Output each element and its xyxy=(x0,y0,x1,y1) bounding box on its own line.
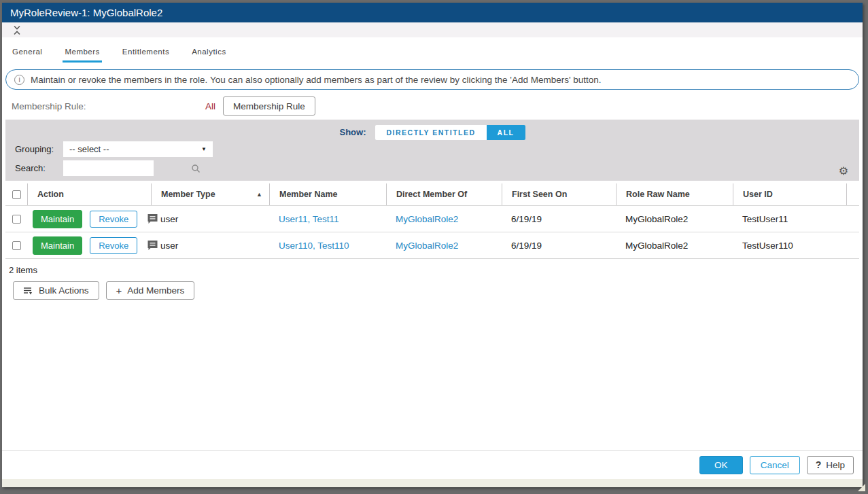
user-id-cell: TestUser11 xyxy=(733,206,846,232)
question-mark-icon: ? xyxy=(816,459,822,470)
content-spacer xyxy=(2,300,863,450)
chevron-collapse-icon xyxy=(12,27,22,38)
extra-cell xyxy=(846,206,859,232)
column-header-action[interactable]: Action xyxy=(27,183,151,205)
row-checkbox[interactable] xyxy=(12,215,21,224)
bulk-actions-label: Bulk Actions xyxy=(39,285,89,296)
bulk-actions-icon xyxy=(23,286,33,296)
info-icon: i xyxy=(14,75,24,85)
dialog-footer: OK Cancel ? Help xyxy=(2,450,863,479)
membership-rule-button[interactable]: Membership Rule xyxy=(223,96,315,116)
tab-bar: General Members Entitlements Analytics xyxy=(2,37,863,63)
grouping-select[interactable]: -- select -- ▼ xyxy=(63,141,213,157)
membership-rule-value: All xyxy=(205,101,215,111)
tab-analytics[interactable]: Analytics xyxy=(190,48,228,63)
row-checkbox-cell xyxy=(5,232,27,258)
column-header-direct-member-of[interactable]: Direct Member Of xyxy=(386,183,502,205)
grouping-selected-value: -- select -- xyxy=(69,144,109,154)
collapse-strip xyxy=(2,22,863,37)
plus-icon: + xyxy=(116,285,122,296)
role-review-dialog: MyRoleReview-1: MyGlobalRole2 General Me… xyxy=(2,3,863,487)
chevron-down-icon: ▼ xyxy=(201,146,207,152)
first-seen-on-cell: 6/19/19 xyxy=(502,232,616,258)
user-id-cell: TestUser110 xyxy=(733,232,846,258)
extra-cell xyxy=(846,232,859,258)
search-box xyxy=(63,160,154,176)
first-seen-on-cell: 6/19/19 xyxy=(502,206,616,232)
member-name-link[interactable]: User110, Test110 xyxy=(279,241,349,251)
add-members-button[interactable]: + Add Members xyxy=(106,281,195,300)
help-label: Help xyxy=(826,460,845,470)
column-header-member-type[interactable]: Member Type ▲ xyxy=(151,183,269,205)
table-actions-row: Bulk Actions + Add Members xyxy=(13,281,863,300)
revoke-button[interactable]: Revoke xyxy=(90,211,137,228)
direct-member-of-cell: MyGlobalRole2 xyxy=(386,232,502,258)
window-title-bar: MyRoleReview-1: MyGlobalRole2 xyxy=(2,3,863,22)
membership-rule-row: Membership Rule: All Membership Rule xyxy=(2,96,863,116)
member-type-cell: user xyxy=(151,206,269,232)
grouping-label: Grouping: xyxy=(15,144,54,154)
member-name-cell: User11, Test11 xyxy=(269,206,386,232)
select-all-checkbox[interactable] xyxy=(12,190,21,199)
items-count: 2 items xyxy=(9,265,863,275)
row-action-cell: Maintain Revoke xyxy=(27,232,151,258)
info-message: Maintain or revoke the members in the ro… xyxy=(31,75,602,85)
members-table: Action Member Type ▲ Member Name Direct … xyxy=(5,183,859,259)
row-checkbox-cell xyxy=(5,206,27,232)
direct-member-of-cell: MyGlobalRole2 xyxy=(386,206,502,232)
bottom-strip xyxy=(2,479,863,487)
table-row: Maintain Revoke user User11, Test11 xyxy=(5,206,859,232)
member-name-cell: User110, Test110 xyxy=(269,232,386,258)
show-toggle: DIRECTLY ENTITLED ALL xyxy=(375,125,525,140)
screen: MyRoleReview-1: MyGlobalRole2 General Me… xyxy=(0,0,868,494)
column-header-member-type-label: Member Type xyxy=(161,190,215,199)
column-header-extra xyxy=(846,183,859,205)
members-filter-panel: Show: DIRECTLY ENTITLED ALL Grouping: --… xyxy=(5,120,859,181)
ok-button[interactable]: OK xyxy=(699,456,743,474)
search-input[interactable] xyxy=(63,160,191,176)
window-title: MyRoleReview-1: MyGlobalRole2 xyxy=(10,7,162,18)
collapse-toggle[interactable] xyxy=(12,24,22,36)
role-raw-name-cell: MyGlobalRole2 xyxy=(616,232,733,258)
tab-members[interactable]: Members xyxy=(63,48,101,63)
show-toggle-row: Show: DIRECTLY ENTITLED ALL xyxy=(5,124,859,140)
search-label: Search: xyxy=(15,163,46,173)
column-header-user-id[interactable]: User ID xyxy=(733,183,846,205)
sort-ascending-icon: ▲ xyxy=(256,191,262,198)
maintain-button[interactable]: Maintain xyxy=(33,210,82,228)
add-members-label: Add Members xyxy=(127,285,184,296)
search-icon[interactable] xyxy=(191,164,201,173)
revoke-button[interactable]: Revoke xyxy=(90,237,137,254)
member-name-link[interactable]: User11, Test11 xyxy=(279,214,339,224)
column-header-role-raw-name[interactable]: Role Raw Name xyxy=(616,183,733,205)
bulk-actions-button[interactable]: Bulk Actions xyxy=(13,281,99,300)
gear-icon[interactable]: ⚙ xyxy=(839,166,848,177)
table-row: Maintain Revoke user User110, Test110 xyxy=(5,232,859,259)
cancel-button[interactable]: Cancel xyxy=(750,456,800,474)
maintain-button[interactable]: Maintain xyxy=(33,236,82,255)
direct-member-of-link[interactable]: MyGlobalRole2 xyxy=(396,214,458,224)
member-type-cell: user xyxy=(151,232,269,258)
column-header-member-name[interactable]: Member Name xyxy=(269,183,386,205)
info-banner: i Maintain or revoke the members in the … xyxy=(5,69,859,90)
show-label: Show: xyxy=(339,127,366,137)
toggle-all[interactable]: ALL xyxy=(487,125,525,140)
table-header-row: Action Member Type ▲ Member Name Direct … xyxy=(5,183,859,206)
resize-grip[interactable] xyxy=(858,484,865,491)
row-checkbox[interactable] xyxy=(12,241,21,250)
role-raw-name-cell: MyGlobalRole2 xyxy=(616,206,733,232)
membership-rule-label: Membership Rule: xyxy=(12,101,86,111)
tab-general[interactable]: General xyxy=(10,48,44,63)
tab-entitlements[interactable]: Entitlements xyxy=(120,48,171,63)
row-action-cell: Maintain Revoke xyxy=(27,206,151,232)
column-header-first-seen-on[interactable]: First Seen On xyxy=(502,183,616,205)
select-all-cell xyxy=(5,183,27,205)
toggle-directly-entitled[interactable]: DIRECTLY ENTITLED xyxy=(375,125,486,140)
direct-member-of-link[interactable]: MyGlobalRole2 xyxy=(396,241,458,251)
help-button[interactable]: ? Help xyxy=(807,456,854,474)
